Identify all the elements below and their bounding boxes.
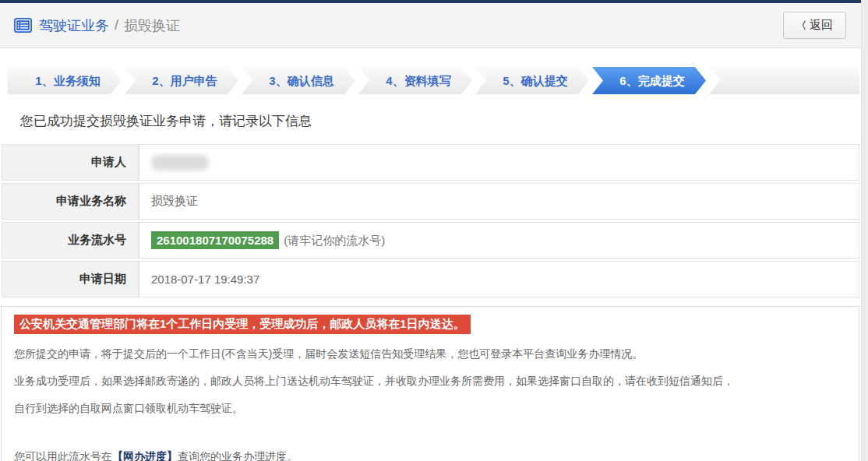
progress-query-line: 您可以用此流水号在【网办进度】查询您的业务办理进度。 (14, 445, 846, 461)
step-1-business-notice: 1、业务须知 (8, 67, 122, 94)
table-row-serial-number: 业务流水号 261001807170075288 (请牢记你的流水号) (2, 222, 859, 259)
row-value: 261001807170075288 (请牢记你的流水号) (139, 222, 859, 259)
step-5-confirm-submit: 5、确认提交 (475, 67, 589, 94)
row-label: 业务流水号 (2, 222, 139, 259)
notice-paragraph: 自行到选择的自取网点窗口领取机动车驾驶证。 (14, 396, 846, 420)
alert-banner: 公安机关交通管理部门将在1个工作日内受理，受理成功后，邮政人员将在1日内送达。 (14, 315, 471, 334)
table-row-applicant: 申请人 (2, 144, 859, 181)
step-bar-filler (709, 67, 859, 94)
progress-link[interactable]: 【网办进度】 (112, 450, 178, 461)
row-value (139, 144, 859, 181)
row-value: 损毁换证 (139, 183, 859, 220)
page-header: 驾驶证业务 / 损毁换证 〈 返回 (0, 3, 868, 48)
step-3-confirm-info: 3、确认信息 (242, 67, 355, 94)
success-message: 您已成功提交损毁换证业务申请，请记录以下信息 (20, 112, 868, 130)
back-button[interactable]: 〈 返回 (783, 12, 846, 39)
scrollbar-track[interactable] (861, 0, 868, 461)
progress-prefix: 您可以用此流水号在 (14, 450, 112, 461)
breadcrumb-separator: / (115, 17, 118, 33)
notice-paragraph: 您所提交的申请，将于提交后的一个工作日(不含当天)受理，届时会发送短信告知受理结… (14, 342, 846, 365)
step-6-complete-submit: 6、完成提交 (592, 67, 706, 94)
table-row-apply-date: 申请日期 2018-07-17 19:49:37 (2, 261, 859, 297)
back-button-label: 返回 (810, 18, 833, 33)
step-4-fill-data: 4、资料填写 (358, 67, 472, 94)
serial-number-badge: 261001807170075288 (151, 231, 279, 249)
breadcrumb-category: 驾驶证业务 (39, 16, 109, 35)
progress-suffix: 查询您的业务办理进度。 (178, 450, 298, 461)
table-row-business-name: 申请业务名称 损毁换证 (2, 183, 859, 220)
notice-paragraph: 业务成功受理后，如果选择邮政寄递的，邮政人员将上门送达机动车驾驶证，并收取办理业… (14, 369, 846, 392)
breadcrumb: 驾驶证业务 / 损毁换证 (39, 16, 180, 35)
details-table: 申请人 申请业务名称 损毁换证 业务流水号 261001807170075288… (2, 142, 859, 300)
row-value: 2018-07-17 19:49:37 (139, 261, 859, 297)
list-icon (14, 18, 32, 33)
row-label: 申请业务名称 (2, 183, 139, 220)
notice-box: 公安机关交通管理部门将在1个工作日内受理，受理成功后，邮政人员将在1日内送达。 … (1, 306, 859, 461)
back-chevron-icon: 〈 (796, 19, 806, 33)
breadcrumb-current: 损毁换证 (124, 16, 180, 35)
row-label: 申请日期 (2, 261, 139, 297)
redacted-applicant-name (151, 155, 209, 171)
row-label: 申请人 (2, 144, 139, 181)
step-wizard: 1、业务须知 2、用户申告 3、确认信息 4、资料填写 5、确认提交 6、完成提… (8, 67, 859, 94)
step-2-user-declaration: 2、用户申告 (125, 67, 238, 94)
serial-number-note: (请牢记你的流水号) (284, 234, 385, 247)
